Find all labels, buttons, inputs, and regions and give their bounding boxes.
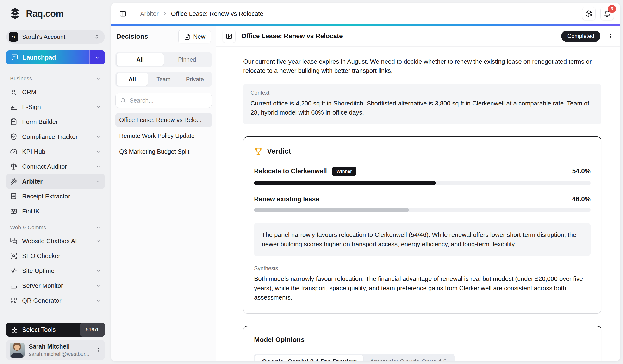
sidebar-item-compliance-tracker[interactable]: Compliance Tracker (6, 129, 105, 144)
winner-badge: Winner (332, 167, 356, 176)
sidebar-item-qr-generator[interactable]: QR Generator (6, 293, 105, 308)
chevron-down-icon (96, 76, 101, 81)
launchpad-button[interactable]: Launchpad (6, 50, 105, 64)
decision-search[interactable] (115, 93, 212, 108)
context-box: Context Current office is 4,200 sq ft in… (243, 84, 601, 124)
tab-pinned[interactable]: Pinned (164, 53, 211, 66)
user-meta: Sarah Mitchell sarah.mitchell@westbur... (29, 343, 91, 357)
tab-gemini[interactable]: Google: Gemini 3.1 Pro Preview (255, 355, 363, 361)
launchpad-label: Launchpad (22, 54, 56, 61)
chevron-down-icon (96, 238, 101, 244)
chevron-down-icon (96, 164, 101, 169)
contact-icon (10, 88, 17, 96)
new-decision-button[interactable]: New (178, 30, 211, 43)
tab-all[interactable]: All (117, 53, 164, 66)
sidebar-item-label: KPI Hub (22, 148, 45, 155)
qr-code-icon (10, 297, 17, 304)
sidebar-item-contract-auditor[interactable]: Contract Auditor (6, 159, 105, 174)
sidebar-item-finuk[interactable]: FinUK (6, 204, 105, 219)
bricks-icon (10, 208, 17, 215)
user-name: Sarah Mitchell (29, 343, 91, 350)
launchpad-dropdown[interactable] (89, 50, 105, 64)
chevron-down-icon (96, 179, 101, 184)
detail-header-actions: Completed (561, 30, 614, 42)
progress-track (254, 208, 591, 212)
context-label: Context (250, 90, 594, 96)
sidebar-item-e-sign[interactable]: E-Sign (6, 100, 105, 114)
gauge-icon (10, 148, 17, 155)
layout-grid-icon (11, 326, 18, 333)
user-card[interactable]: Sarah Mitchell sarah.mitchell@westbur... (6, 340, 105, 360)
sidebar: Raq.com s Sarah's Account Launchpad Busi… (0, 0, 111, 364)
verdict-card: Verdict Relocate to Clerkenwell Winner 5… (243, 136, 601, 314)
sidebar-item-server-monitor[interactable]: Server Monitor (6, 278, 105, 293)
tab-scope-all[interactable]: All (117, 73, 148, 86)
chevron-down-icon (96, 298, 101, 303)
model-opinions-title: Model Opinions (254, 336, 591, 343)
sidebar-item-seo-checker[interactable]: SEO Checker (6, 248, 105, 263)
section-business[interactable]: Business (6, 73, 105, 85)
scale-icon (10, 163, 17, 170)
sidebar-bottom: Select Tools 51/51 Sarah Mitchell sarah.… (6, 323, 105, 360)
select-tools-main: Select Tools (6, 323, 80, 337)
section-web-comms[interactable]: Web & Comms (6, 221, 105, 234)
collapse-list-button[interactable] (222, 30, 236, 43)
sidebar-item-label: Contract Auditor (22, 163, 67, 170)
list-item-q3-marketing[interactable]: Q3 Marketing Budget Split (115, 145, 212, 159)
synthesis-label: Synthesis (254, 265, 591, 272)
sidebar-item-label: Arbiter (22, 178, 43, 185)
detail-menu-button[interactable] (607, 33, 614, 40)
list-item-remote-work[interactable]: Remote Work Policy Update (115, 129, 212, 143)
notifications-button[interactable]: 3 (601, 7, 614, 21)
option-label: Relocate to Clerkenwell (254, 168, 327, 175)
activity-icon (10, 267, 17, 274)
sidebar-item-arbiter[interactable]: Arbiter (6, 174, 105, 189)
accent-gradient-strip (111, 24, 620, 26)
more-vertical-icon (607, 33, 614, 39)
sidebar-toggle-button[interactable] (117, 8, 128, 19)
content-row: Decisions New All Pinned All Team Privat… (111, 26, 620, 361)
brand-logo: Raq.com (6, 7, 105, 21)
progress-fill-winner (254, 181, 436, 185)
tab-scope-team[interactable]: Team (148, 73, 179, 86)
search-input[interactable] (130, 97, 207, 104)
sidebar-item-label: CRM (22, 88, 36, 96)
chat-double-icon (10, 237, 17, 245)
section-web-comms-label: Web & Comms (10, 224, 46, 231)
account-switcher[interactable]: s Sarah's Account (6, 30, 105, 44)
sidebar-item-label: Form Builder (22, 118, 58, 126)
decisions-panel: Decisions New All Pinned All Team Privat… (111, 26, 216, 361)
sidebar-item-receipt-extractor[interactable]: Receipt Extractor (6, 189, 105, 204)
notification-count-badge: 3 (608, 5, 616, 13)
sidebar-item-form-builder[interactable]: Form Builder (6, 114, 105, 129)
launchpad-main[interactable]: Launchpad (6, 50, 89, 64)
sidebar-item-label: Site Uptime (22, 267, 54, 275)
select-tools-label: Select Tools (22, 326, 56, 334)
decision-intro: Our current five-year lease expires in A… (243, 57, 601, 75)
package-search-button[interactable] (582, 7, 596, 21)
sidebar-item-crm[interactable]: CRM (6, 85, 105, 100)
package-search-icon (585, 10, 593, 17)
topbar: Arbiter Office Lease: Renew vs Relocate … (111, 3, 620, 24)
sidebar-item-website-chatbox-ai[interactable]: Website Chatbox AI (6, 234, 105, 248)
option-percent: 54.0% (572, 168, 591, 175)
panel-summary: The panel narrowly favours relocation to… (254, 223, 591, 256)
detail-body: Our current five-year lease expires in A… (216, 47, 620, 361)
sidebar-item-kpi-hub[interactable]: KPI Hub (6, 144, 105, 159)
breadcrumb-section[interactable]: Arbiter (140, 10, 159, 18)
more-vertical-icon[interactable] (95, 347, 101, 353)
user-avatar (10, 343, 24, 358)
verdict-title: Verdict (267, 147, 291, 155)
model-tabs: Google: Gemini 3.1 Pro Preview Anthropic… (254, 354, 454, 361)
option-percent: 46.0% (572, 195, 591, 203)
tab-scope-private[interactable]: Private (179, 73, 211, 86)
scope-tabs: All Team Private (115, 72, 212, 87)
new-decision-label: New (193, 33, 205, 40)
list-item-office-lease[interactable]: Office Lease: Renew vs Relo... (115, 113, 212, 127)
tab-claude[interactable]: Anthropic: Claude Opus 4.6 (363, 355, 453, 361)
sidebar-item-site-uptime[interactable]: Site Uptime (6, 263, 105, 278)
message-dots-icon (11, 54, 18, 61)
select-tools-button[interactable]: Select Tools 51/51 (6, 323, 105, 337)
chevron-down-icon (96, 149, 101, 154)
account-label: Sarah's Account (22, 33, 90, 40)
